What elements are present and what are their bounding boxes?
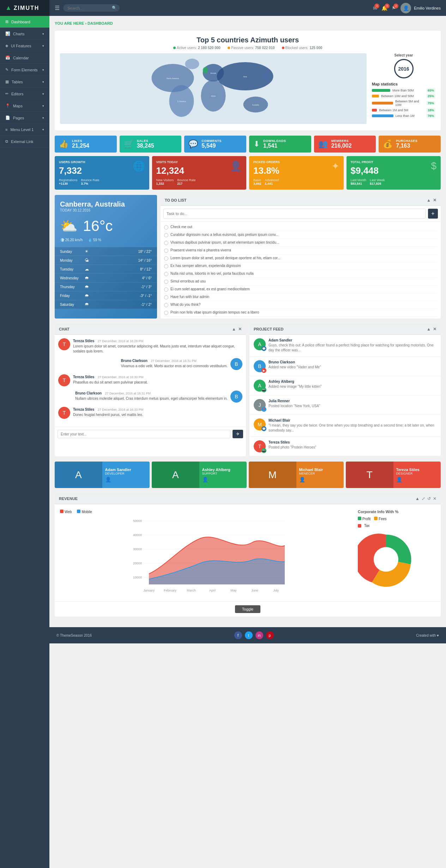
todo-checkbox[interactable] bbox=[164, 311, 168, 315]
team-profile-icon[interactable]: 👤 bbox=[105, 477, 147, 482]
revenue-refresh-btn[interactable]: ↺ bbox=[427, 496, 431, 501]
sidebar-icon: 📍 bbox=[5, 103, 10, 108]
sidebar-item-tables[interactable]: ▦ Tables ▾ bbox=[0, 76, 49, 88]
todo-header: TO DO LIST ▲ ✕ bbox=[161, 195, 441, 206]
sidebar-item-pages[interactable]: 📄 Pages ▾ bbox=[0, 112, 49, 124]
todo-checkbox[interactable] bbox=[164, 241, 168, 245]
flag-badge: 2 bbox=[393, 4, 398, 8]
todo-item[interactable]: Ei cum solet appareat, ex est graeci med… bbox=[164, 286, 437, 293]
todo-item[interactable]: Vivamus dapibus pulvinar ipsum, sit amet… bbox=[164, 239, 437, 247]
legend-pct: 25% bbox=[426, 94, 435, 98]
sidebar-item-calendar[interactable]: 📅 Calendar bbox=[0, 52, 49, 64]
team-profile-icon[interactable]: 👤 bbox=[299, 477, 341, 482]
revenue-collapse-btn[interactable]: ▲ bbox=[415, 496, 420, 501]
todo-close-btn[interactable]: ✕ bbox=[433, 198, 436, 203]
chat-header: CHAT ▲ ✕ bbox=[55, 324, 246, 335]
todo-item[interactable]: Ex has semper alterum, expetenda digniss… bbox=[164, 262, 437, 270]
todo-item[interactable]: Praesent viverra nisl a pharetra viverra bbox=[164, 247, 437, 255]
sidebar-item-charts[interactable]: 📊 Charts ▾ bbox=[0, 28, 49, 40]
hamburger-icon[interactable]: ☰ bbox=[55, 5, 60, 11]
project-collapse-btn[interactable]: ▲ bbox=[427, 327, 431, 332]
sidebar-item-label: 📊 Charts bbox=[5, 31, 24, 36]
flag-icon[interactable]: ⚑2 bbox=[392, 5, 396, 11]
forecast-temps: -1° / 2° bbox=[141, 303, 152, 307]
forecast-day: Wednesday bbox=[60, 276, 85, 280]
mail-badge: 3 bbox=[374, 4, 379, 8]
chat-send-button[interactable]: ✈ bbox=[233, 430, 243, 438]
todo-item[interactable]: Lorem ipsum dolor sit amet, possit deniq… bbox=[164, 255, 437, 262]
team-card[interactable]: A Ashley Ahlberg SUPPORT 👤 bbox=[152, 462, 247, 488]
team-card[interactable]: M Michael Blair MENECER 👤 bbox=[249, 462, 344, 488]
todo-checkbox[interactable] bbox=[164, 256, 168, 261]
chat-input[interactable] bbox=[58, 430, 230, 438]
chat-message: T Tereza Stiles 27 December, 2016 at 16:… bbox=[58, 374, 242, 386]
todo-title: TO DO LIST bbox=[165, 198, 187, 202]
todo-item[interactable]: What do you think? bbox=[164, 301, 437, 309]
team-card[interactable]: T Tereza Stiles DESIGNER 👤 bbox=[346, 462, 441, 488]
sidebar-item-maps[interactable]: 📍 Maps ▾ bbox=[0, 100, 49, 112]
mail-icon[interactable]: ✉3 bbox=[373, 5, 377, 11]
chat-title: CHAT bbox=[59, 327, 70, 331]
team-profile-icon[interactable]: 👤 bbox=[202, 477, 244, 482]
facebook-icon[interactable]: f bbox=[234, 631, 242, 639]
sidebar-item-menu-level 1[interactable]: ≡ Menu Level 1 ▾ bbox=[0, 124, 49, 136]
sidebar-item-dashboard[interactable]: ⊞ Dashboard bbox=[0, 16, 49, 28]
logo[interactable]: ▲ ZIMUTH bbox=[0, 0, 49, 16]
project-person-name: Adam Sandler bbox=[269, 338, 436, 342]
project-feed-item: A 📷 Ashley Ahlberg Added new image "My l… bbox=[249, 376, 441, 396]
todo-checkbox[interactable] bbox=[164, 233, 168, 237]
todo-checkbox[interactable] bbox=[164, 295, 168, 299]
chat-time: 27 December, 2016 at 16:31 PM bbox=[151, 359, 197, 363]
sidebar-item-form-elements[interactable]: ✎ Form Elements ▾ bbox=[0, 64, 49, 76]
project-feed-item: M 💬 Michael Blair "I mean, they say you … bbox=[249, 415, 441, 437]
svg-text:January: January bbox=[143, 589, 155, 592]
todo-checkbox[interactable] bbox=[164, 280, 168, 284]
todo-input[interactable] bbox=[163, 209, 426, 219]
todo-collapse-btn[interactable]: ▲ bbox=[427, 198, 431, 203]
todo-checkbox[interactable] bbox=[164, 303, 168, 307]
todo-checkbox[interactable] bbox=[164, 287, 168, 292]
user-menu[interactable]: 👤 Emilio Verdines bbox=[400, 3, 441, 13]
todo-item[interactable]: Simul erroribus ad usu bbox=[164, 278, 437, 286]
todo-checkbox[interactable] bbox=[164, 264, 168, 268]
stat-label: SALES bbox=[137, 139, 154, 143]
toggle-button[interactable]: Toggle bbox=[235, 605, 260, 613]
chat-close-btn[interactable]: ✕ bbox=[238, 327, 242, 332]
todo-item[interactable]: Curabitur dignissim nunc a tellus euismo… bbox=[164, 231, 437, 239]
pinterest-icon[interactable]: p bbox=[266, 631, 274, 639]
team-profile-icon[interactable]: 👤 bbox=[396, 477, 438, 482]
revenue-close-btn[interactable]: ✕ bbox=[433, 496, 436, 501]
sidebar-item-external-link[interactable]: ⧉ External Link bbox=[0, 136, 49, 148]
project-close-btn[interactable]: ✕ bbox=[433, 327, 436, 332]
sidebar-item-editors[interactable]: ✏ Editors ▾ bbox=[0, 88, 49, 100]
todo-item[interactable]: Nulla nisl urna, lobortis in leo vel, po… bbox=[164, 270, 437, 278]
chat-message: T Tereza Stiles 27 December, 2016 at 16:… bbox=[58, 407, 242, 419]
todo-item[interactable]: Proin non felis vitae ipsum dignissim te… bbox=[164, 309, 437, 317]
sidebar-icon: 📊 bbox=[5, 31, 10, 36]
todo-item[interactable]: Have fun with blur admin bbox=[164, 293, 437, 301]
forecast-day: Tuesday bbox=[60, 267, 85, 271]
todo-add-button[interactable]: + bbox=[428, 209, 438, 219]
team-role: SUPPORT bbox=[202, 472, 244, 475]
todo-checkbox[interactable] bbox=[164, 225, 168, 230]
todo-checkbox[interactable] bbox=[164, 249, 168, 253]
todo-text: Have fun with blur admin bbox=[170, 295, 209, 299]
stat-value: 7,163 bbox=[396, 143, 417, 149]
instagram-icon[interactable]: in bbox=[255, 631, 263, 639]
team-card[interactable]: A Adam Sandler DEVELOPER 👤 bbox=[55, 462, 150, 488]
sidebar-item-ui-features[interactable]: ◈ UI Features ▾ bbox=[0, 40, 49, 52]
revenue-expand-btn[interactable]: ⤢ bbox=[422, 496, 425, 501]
weather-details: 💨 26.20 km/h 💧 59 % bbox=[60, 238, 152, 242]
twitter-icon[interactable]: t bbox=[245, 631, 253, 639]
stat-icon: 🛒 bbox=[124, 139, 133, 149]
bell-icon[interactable]: 🔔5 bbox=[381, 5, 387, 11]
pie-area: Corporate Info With % Profit Fees Tax bbox=[358, 510, 435, 596]
year-circle[interactable]: 2016 bbox=[394, 59, 414, 78]
chat-time: 27 December, 2016 at 16:30 PM bbox=[98, 375, 144, 379]
todo-checkbox[interactable] bbox=[164, 272, 168, 276]
metric-icon: 👤 bbox=[230, 160, 242, 172]
chat-collapse-btn[interactable]: ▲ bbox=[232, 327, 236, 332]
stat-label: DOWNLOADS bbox=[263, 139, 286, 143]
search-input[interactable] bbox=[67, 6, 110, 10]
todo-item[interactable]: Check me out bbox=[164, 224, 437, 231]
